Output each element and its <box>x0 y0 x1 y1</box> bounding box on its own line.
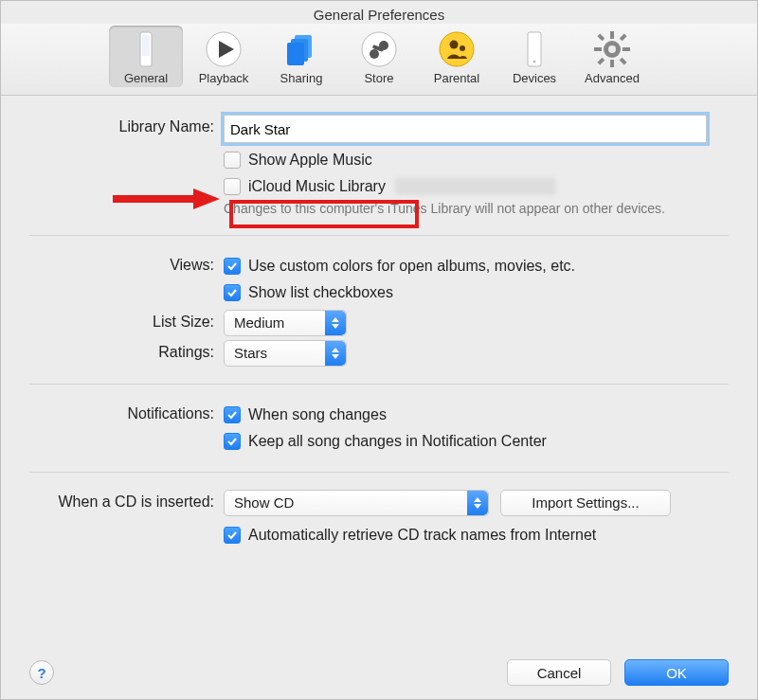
playback-icon <box>204 29 244 69</box>
store-icon <box>359 29 399 69</box>
tab-label: Playback <box>199 71 249 85</box>
svg-point-15 <box>533 61 536 63</box>
ratings-value: Stars <box>234 345 267 361</box>
custom-colors-checkbox[interactable] <box>224 258 241 275</box>
tab-label: General <box>124 71 168 85</box>
preferences-window: General Preferences General Playback Sha… <box>0 0 758 700</box>
svg-rect-22 <box>620 33 627 41</box>
tab-store[interactable]: Store <box>342 26 416 87</box>
show-list-checkboxes-label: Show list checkboxes <box>248 284 393 301</box>
ratings-select[interactable]: Stars <box>224 340 347 367</box>
icloud-music-library-checkbox[interactable] <box>224 178 241 195</box>
divider <box>29 235 729 236</box>
library-name-label: Library Name: <box>29 115 224 135</box>
svg-point-10 <box>370 49 379 59</box>
redacted-account-text <box>395 178 556 195</box>
divider <box>29 472 729 473</box>
show-list-checkboxes-checkbox[interactable] <box>224 284 241 301</box>
svg-point-25 <box>608 45 616 53</box>
devices-icon <box>514 29 554 69</box>
svg-point-13 <box>460 45 465 51</box>
svg-point-12 <box>450 41 459 49</box>
list-size-label: List Size: <box>29 310 224 331</box>
tab-label: Parental <box>434 71 479 85</box>
svg-rect-17 <box>610 31 614 39</box>
window-title: General Preferences <box>1 1 757 24</box>
parental-icon <box>437 29 477 69</box>
tab-label: Devices <box>513 71 556 85</box>
tab-sharing[interactable]: Sharing <box>264 26 338 87</box>
tab-playback[interactable]: Playback <box>187 26 261 87</box>
tab-label: Store <box>364 71 393 85</box>
list-size-select[interactable]: Medium <box>224 310 347 336</box>
when-song-changes-label: When song changes <box>248 406 387 423</box>
keep-in-center-label: Keep all song changes in Notification Ce… <box>248 433 547 450</box>
ratings-label: Ratings: <box>29 340 224 361</box>
icloud-music-library-label: iCloud Music Library <box>248 178 386 195</box>
sharing-icon <box>281 29 321 69</box>
stepper-icon <box>467 491 488 515</box>
cd-action-select[interactable]: Show CD <box>224 490 489 516</box>
cd-inserted-label: When a CD is inserted: <box>29 490 224 511</box>
show-apple-music-checkbox[interactable] <box>224 152 241 169</box>
keep-in-center-checkbox[interactable] <box>224 433 241 450</box>
show-apple-music-label: Show Apple Music <box>248 152 372 169</box>
preferences-toolbar: General Playback Sharing Store Parental <box>1 24 757 96</box>
svg-point-11 <box>440 32 474 66</box>
svg-rect-18 <box>610 60 614 67</box>
svg-rect-1 <box>142 35 150 56</box>
tab-label: Sharing <box>280 71 323 85</box>
stepper-icon <box>325 311 346 335</box>
svg-rect-20 <box>623 47 630 51</box>
cancel-button[interactable]: Cancel <box>507 659 611 686</box>
svg-rect-23 <box>597 58 605 65</box>
when-song-changes-checkbox[interactable] <box>224 406 241 423</box>
auto-retrieve-checkbox[interactable] <box>224 527 241 544</box>
help-button[interactable]: ? <box>29 660 54 685</box>
notifications-label: Notifications: <box>29 402 224 422</box>
tab-parental[interactable]: Parental <box>420 26 494 87</box>
views-label: Views: <box>29 253 224 274</box>
gear-icon <box>592 29 632 69</box>
icloud-note: Changes to this computer's iTunes Librar… <box>224 200 697 218</box>
stepper-icon <box>325 341 346 366</box>
list-size-value: Medium <box>234 314 284 331</box>
divider <box>29 384 729 385</box>
custom-colors-label: Use custom colors for open albums, movie… <box>248 258 575 275</box>
svg-rect-19 <box>594 47 602 51</box>
ok-button[interactable]: OK <box>624 659 729 686</box>
svg-rect-24 <box>620 58 627 65</box>
cd-action-value: Show CD <box>234 494 294 511</box>
tab-label: Advanced <box>585 71 640 85</box>
import-settings-button[interactable]: Import Settings... <box>500 490 671 516</box>
svg-rect-6 <box>287 43 304 65</box>
library-name-input[interactable] <box>224 115 707 143</box>
auto-retrieve-label: Automatically retrieve CD track names fr… <box>248 527 596 544</box>
tab-general[interactable]: General <box>109 26 183 87</box>
tab-devices[interactable]: Devices <box>497 26 571 87</box>
general-icon <box>126 29 166 69</box>
tab-advanced[interactable]: Advanced <box>575 26 649 87</box>
svg-rect-21 <box>597 33 605 41</box>
